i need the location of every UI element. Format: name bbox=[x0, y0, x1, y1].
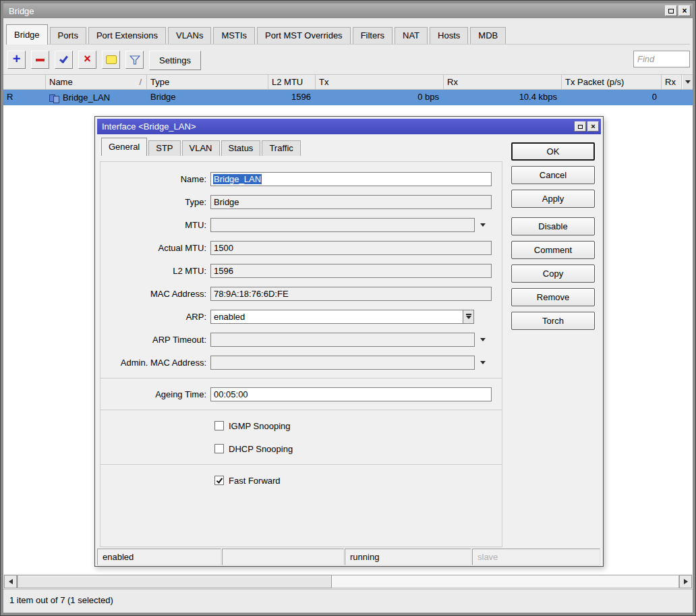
tab-ports[interactable]: Ports bbox=[50, 27, 86, 44]
close-button[interactable]: × bbox=[678, 5, 691, 16]
header-name[interactable]: Name / bbox=[46, 75, 147, 89]
header-flags[interactable] bbox=[3, 75, 46, 89]
tab-mstis[interactable]: MSTIs bbox=[213, 27, 255, 44]
tab-vlans[interactable]: VLANs bbox=[168, 27, 211, 44]
scrollbar-thumb[interactable] bbox=[18, 575, 332, 588]
chevron-down-icon bbox=[685, 80, 691, 84]
arp-timeout-row: ARP Timeout: bbox=[100, 328, 502, 351]
remove-button-dialog[interactable]: Remove bbox=[511, 288, 595, 306]
tab-hosts[interactable]: Hosts bbox=[430, 27, 468, 44]
tab-mdb[interactable]: MDB bbox=[470, 27, 506, 44]
tab-nat[interactable]: NAT bbox=[395, 27, 428, 44]
comment-button-dialog[interactable]: Comment bbox=[511, 241, 595, 259]
dialog-titlebar[interactable]: Interface <Bridge_LAN> × bbox=[97, 119, 601, 134]
type-row: Type: bbox=[100, 190, 502, 213]
comment-button[interactable] bbox=[102, 51, 120, 69]
mac-address-label: MAC Address: bbox=[103, 289, 210, 299]
tab-port-extensions[interactable]: Port Extensions bbox=[88, 27, 166, 44]
find-input[interactable] bbox=[633, 51, 690, 67]
remove-button[interactable] bbox=[31, 51, 49, 69]
dialog-close-button[interactable]: × bbox=[587, 121, 599, 132]
interface-dialog: Interface <Bridge_LAN> × General STP VLA… bbox=[94, 116, 604, 567]
apply-button[interactable]: Apply bbox=[511, 190, 595, 208]
row-type: Bridge bbox=[147, 90, 268, 105]
row-flags: R bbox=[3, 90, 46, 105]
funnel-icon bbox=[129, 55, 140, 65]
dialog-status-footer: enabled running slave bbox=[97, 549, 601, 565]
mtu-label: MTU: bbox=[103, 220, 210, 230]
row-l2mtu: 1596 bbox=[268, 90, 316, 105]
table-row-bridge-lan[interactable]: R Bridge_LAN Bridge 1596 0 bps 10.4 kbps… bbox=[3, 90, 693, 105]
ageing-time-input[interactable] bbox=[210, 387, 492, 401]
plus-icon: + bbox=[13, 51, 21, 67]
filter-button[interactable] bbox=[125, 51, 144, 69]
header-tx[interactable]: Tx bbox=[316, 75, 444, 89]
statusbar: 1 item out of 7 (1 selected) bbox=[3, 589, 693, 613]
actual-mtu-label: Actual MTU: bbox=[103, 243, 210, 253]
ok-button[interactable]: OK bbox=[511, 142, 595, 161]
window-titlebar[interactable]: Bridge × bbox=[3, 3, 693, 18]
dhcp-snooping-row: DHCP Snooping bbox=[100, 437, 502, 460]
cancel-button[interactable]: Cancel bbox=[511, 166, 595, 184]
row-name: Bridge_LAN bbox=[46, 90, 147, 105]
disable-button[interactable]: × bbox=[78, 51, 96, 69]
header-rx-packet[interactable]: Rx bbox=[662, 75, 682, 89]
dialog-tab-traffic[interactable]: Traffic bbox=[262, 140, 300, 156]
fast-forward-checkbox[interactable] bbox=[214, 476, 224, 485]
dialog-tab-status[interactable]: Status bbox=[221, 140, 261, 156]
disable-button-dialog[interactable]: Disable bbox=[511, 217, 595, 235]
mtu-dropdown-icon[interactable] bbox=[480, 223, 486, 227]
window-controls: × bbox=[665, 5, 691, 16]
checkmark-icon bbox=[216, 476, 222, 483]
dialog-tab-general[interactable]: General bbox=[101, 138, 147, 156]
maximize-button[interactable] bbox=[665, 5, 677, 16]
comment-note-icon bbox=[106, 55, 117, 64]
name-input[interactable]: Bridge_LAN bbox=[210, 172, 492, 186]
dhcp-snooping-label: DHCP Snooping bbox=[229, 444, 293, 454]
actual-mtu-input bbox=[210, 241, 492, 255]
settings-button[interactable]: Settings bbox=[149, 51, 201, 70]
arp-timeout-dropdown-icon[interactable] bbox=[480, 338, 486, 341]
arp-dropdown-arrow-icon bbox=[466, 316, 471, 319]
row-name-label: Bridge_LAN bbox=[63, 92, 110, 103]
header-l2mtu[interactable]: L2 MTU bbox=[268, 75, 316, 89]
l2-mtu-label: L2 MTU: bbox=[103, 266, 210, 276]
dialog-tab-vlan[interactable]: VLAN bbox=[182, 140, 220, 156]
arp-input[interactable] bbox=[210, 310, 463, 324]
add-button[interactable]: + bbox=[7, 51, 26, 69]
admin-mac-input[interactable] bbox=[210, 356, 475, 370]
header-type[interactable]: Type bbox=[147, 75, 268, 89]
minus-icon bbox=[36, 59, 45, 61]
header-rx[interactable]: Rx bbox=[444, 75, 562, 89]
tab-filters[interactable]: Filters bbox=[353, 27, 393, 44]
actual-mtu-row: Actual MTU: bbox=[100, 236, 502, 259]
general-form-panel: Name: Bridge_LAN Type: MTU: Actual MTU: … bbox=[100, 161, 502, 547]
torch-button[interactable]: Torch bbox=[511, 312, 595, 330]
bridge-interface-icon bbox=[49, 94, 59, 102]
status-blank bbox=[222, 549, 344, 565]
arp-dropdown-button[interactable] bbox=[463, 310, 474, 324]
column-select-button[interactable] bbox=[682, 75, 693, 89]
dialog-tab-stp[interactable]: STP bbox=[148, 140, 180, 156]
tab-port-mst-overrides[interactable]: Port MST Overrides bbox=[257, 27, 351, 44]
ageing-time-row: Ageing Time: bbox=[100, 383, 502, 405]
enable-button[interactable] bbox=[55, 51, 73, 69]
dhcp-snooping-checkbox[interactable] bbox=[214, 444, 224, 453]
header-tx-packet[interactable]: Tx Packet (p/s) bbox=[562, 75, 662, 89]
dialog-title: Interface <Bridge_LAN> bbox=[102, 121, 196, 132]
copy-button[interactable]: Copy bbox=[511, 264, 595, 283]
arrow-right-icon bbox=[684, 579, 688, 584]
row-rx: 10.4 kbps bbox=[444, 90, 562, 105]
mtu-input[interactable] bbox=[210, 218, 475, 232]
admin-mac-dropdown-icon[interactable] bbox=[480, 361, 486, 364]
tab-bridge[interactable]: Bridge bbox=[6, 24, 48, 45]
dialog-maximize-button[interactable] bbox=[575, 121, 586, 132]
row-tx-packet: 0 bbox=[562, 90, 662, 105]
cross-icon: × bbox=[84, 52, 91, 66]
arp-timeout-input[interactable] bbox=[210, 333, 475, 347]
maximize-icon bbox=[668, 9, 674, 13]
scroll-right-button[interactable] bbox=[679, 575, 692, 588]
scroll-left-button[interactable] bbox=[4, 575, 17, 588]
igmp-snooping-checkbox[interactable] bbox=[214, 421, 224, 430]
name-row: Name: Bridge_LAN bbox=[100, 167, 502, 190]
